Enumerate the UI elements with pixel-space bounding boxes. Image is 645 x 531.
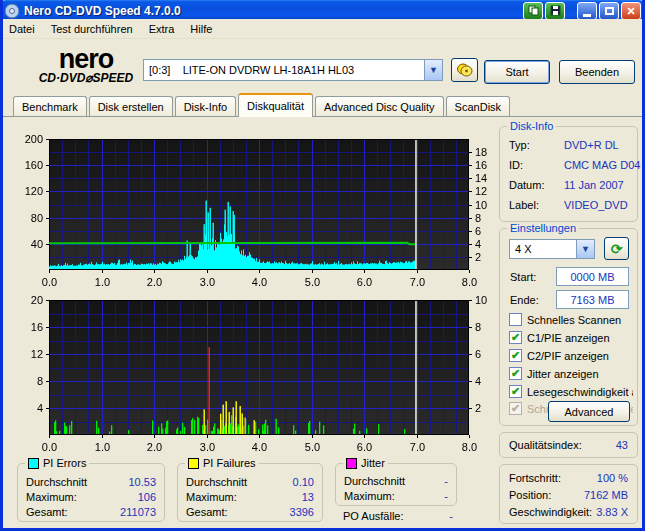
disk-typ-label: Typ: xyxy=(509,139,530,151)
chevron-down-icon[interactable]: ▼ xyxy=(576,240,594,258)
disc-hand-icon xyxy=(456,62,473,79)
position-label: Position: xyxy=(509,489,551,501)
checkbox-icon[interactable]: ✔ xyxy=(509,402,522,415)
max-value: 13 xyxy=(302,491,314,503)
disk-typ-value: DVD+R DL xyxy=(564,139,619,151)
quality-index-label: Qualitätsindex: xyxy=(509,439,582,451)
start-label: Start: xyxy=(510,271,536,283)
pi-failures-title: PI Failures xyxy=(203,457,256,469)
tab-disk-info[interactable]: Disk-Info xyxy=(175,96,236,116)
pi-failures-chart xyxy=(11,290,495,454)
tab-benchmark[interactable]: Benchmark xyxy=(13,96,87,116)
tab-disk-erstellen[interactable]: Disk erstellen xyxy=(89,96,173,116)
disk-info-title: Disk-Info xyxy=(507,120,556,132)
jitter-stats: Jitter Durchschnitt- Maximum:- xyxy=(335,463,457,506)
checkbox-schnelles-scannen[interactable]: Schnelles Scannen xyxy=(509,313,633,326)
progress-label: Fortschritt: xyxy=(509,472,561,484)
close-button[interactable]: ✕ xyxy=(621,2,641,20)
avg-label: Durchschnitt xyxy=(26,476,87,488)
speed-select[interactable]: 4 X ▼ xyxy=(509,239,595,259)
start-button[interactable]: Start xyxy=(484,60,550,84)
avg-value: 0.10 xyxy=(293,476,314,488)
end-input[interactable]: 7163 MB xyxy=(556,290,629,309)
speed-select-value: 4 X xyxy=(510,243,576,255)
po-failures-row: PO Ausfälle: - xyxy=(343,510,453,522)
max-label: Maximum: xyxy=(186,491,237,503)
settings-title: Einstellungen xyxy=(507,222,579,234)
advanced-button[interactable]: Advanced xyxy=(548,401,630,422)
disk-label-value: VIDEO_DVD xyxy=(564,199,628,211)
settings-panel: Einstellungen 4 X ▼ ⟳ Start: 0000 MB End… xyxy=(499,228,638,426)
total-value: 211073 xyxy=(120,506,156,518)
jitter-title: Jitter xyxy=(361,457,385,469)
checkbox-icon[interactable] xyxy=(509,313,522,326)
start-input[interactable]: 0000 MB xyxy=(556,267,629,286)
close-icon: ✕ xyxy=(626,6,635,17)
app-window: Nero CD-DVD Speed 4.7.0.0 ✕ Datei Test d… xyxy=(0,0,645,531)
chevron-down-icon[interactable]: ▼ xyxy=(424,60,442,80)
menubar: Datei Test durchführen Extra Hilfe xyxy=(3,19,645,39)
drive-selector[interactable]: [0:3] LITE-ON DVDRW LH-18A1H HL03 ▼ xyxy=(143,59,443,81)
speed-label: Geschwindigkeit: xyxy=(509,506,592,518)
quality-index-panel: Qualitätsindex: 43 xyxy=(499,432,638,458)
total-label: Gesamt: xyxy=(26,506,68,518)
copy-button[interactable] xyxy=(523,2,543,20)
avg-value: - xyxy=(444,475,448,487)
minimize-icon xyxy=(583,14,591,17)
jitter-legend-swatch xyxy=(346,458,357,469)
menu-datei[interactable]: Datei xyxy=(9,23,35,35)
position-value: 7162 MB xyxy=(584,489,628,501)
disk-datum-value: 11 Jan 2007 xyxy=(564,179,624,191)
pi-failures-legend-swatch xyxy=(188,458,199,469)
copy-icon xyxy=(528,4,539,19)
maximize-icon xyxy=(605,7,614,15)
drive-selector-value: [0:3] LITE-ON DVDRW LH-18A1H HL03 xyxy=(144,64,424,76)
disk-info-panel: Disk-Info Typ: DVD+R DL ID: CMC MAG D04 … xyxy=(499,126,638,222)
pi-errors-legend-swatch xyxy=(28,458,39,469)
tab-advanced-disc-quality[interactable]: Advanced Disc Quality xyxy=(315,96,444,116)
save-button[interactable] xyxy=(545,2,565,20)
cddvdspeed-logo-text: CD·DVD⌀SPEED xyxy=(21,71,151,85)
max-label: Maximum: xyxy=(26,491,77,503)
tab-diskqualitaet[interactable]: Diskqualität xyxy=(238,93,313,117)
floppy-disk-icon xyxy=(550,4,561,19)
avg-label: Durchschnitt xyxy=(186,476,247,488)
menu-hilfe[interactable]: Hilfe xyxy=(190,23,212,35)
max-value: 106 xyxy=(138,491,156,503)
checkbox-icon[interactable]: ✔ xyxy=(509,367,522,380)
refresh-button[interactable]: ⟳ xyxy=(604,237,629,260)
nero-logo-wordmark: nero xyxy=(21,47,151,71)
minimize-button[interactable] xyxy=(577,2,597,20)
po-failures-label: PO Ausfälle: xyxy=(343,510,404,522)
quit-button[interactable]: Beenden xyxy=(559,60,635,84)
pi-errors-stats: PI Errors Durchschnitt10.53 Maximum:106 … xyxy=(17,463,165,522)
checkbox-c2-pif-anzeigen[interactable]: ✔C2/PIF anzeigen xyxy=(509,349,633,362)
menu-extra[interactable]: Extra xyxy=(149,23,175,35)
po-failures-value: - xyxy=(449,510,453,522)
checkbox-jitter-anzeigen[interactable]: ✔Jitter anzeigen xyxy=(509,367,633,380)
progress-value: 100 % xyxy=(597,472,628,484)
checkbox-lesegeschwindigkeit[interactable]: ✔Lesegeschwindigkeit anzeigen xyxy=(509,385,633,398)
menu-test-durchfuehren[interactable]: Test durchführen xyxy=(51,23,133,35)
nero-logo: nero CD·DVD⌀SPEED xyxy=(21,47,151,85)
refresh-icon: ⟳ xyxy=(611,241,623,257)
checkbox-icon[interactable]: ✔ xyxy=(509,385,522,398)
app-icon xyxy=(4,3,20,19)
checkbox-icon[interactable]: ✔ xyxy=(509,331,522,344)
eject-disc-button[interactable] xyxy=(451,58,478,82)
pi-errors-title: PI Errors xyxy=(43,457,86,469)
disk-datum-label: Datum: xyxy=(509,179,544,191)
speed-value: 3.83 X xyxy=(596,506,628,518)
avg-label: Durchschnitt xyxy=(344,475,405,487)
window-title: Nero CD-DVD Speed 4.7.0.0 xyxy=(24,4,523,18)
maximize-button[interactable] xyxy=(599,2,619,20)
disk-id-value: CMC MAG D04 xyxy=(564,159,640,171)
checkbox-c1-pie-anzeigen[interactable]: ✔C1/PIE anzeigen xyxy=(509,331,633,344)
checkbox-icon[interactable]: ✔ xyxy=(509,349,522,362)
max-label: Maximum: xyxy=(344,490,395,502)
tabstrip: Benchmark Disk erstellen Disk-Info Diskq… xyxy=(3,95,642,117)
disk-id-label: ID: xyxy=(509,159,523,171)
tab-scandisk[interactable]: ScanDisk xyxy=(446,96,510,116)
progress-panel: Fortschritt: 100 % Position: 7162 MB Ges… xyxy=(499,464,638,524)
end-label: Ende: xyxy=(510,294,539,306)
